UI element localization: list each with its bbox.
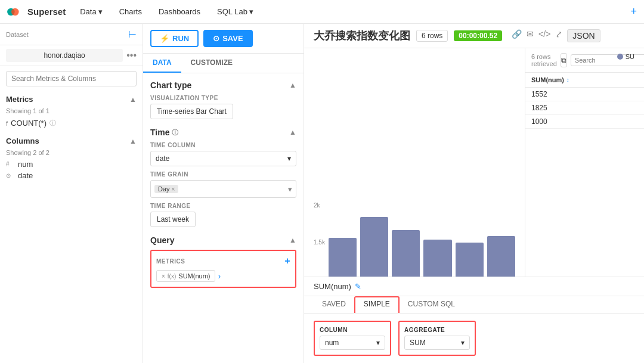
column-date: ⊙ date — [6, 170, 137, 181]
sum-tab-simple[interactable]: SIMPLE — [354, 296, 400, 313]
middle-panel: ⚡ RUN ⊙ SAVE DATA CUSTOMIZE Chart type ▲… — [143, 24, 304, 363]
chart-body: SU 0 500 1k 1.5k 2k — [304, 48, 644, 363]
sum-popup-header: SUM(num) ✎ — [304, 277, 644, 296]
panel-scroll: Chart type ▲ VISUALIZATION TYPE Time-ser… — [143, 73, 304, 363]
logo-text: Superset — [27, 7, 66, 17]
time-grain-remove-icon[interactable]: × — [172, 186, 175, 193]
chart-legend: SU — [617, 53, 634, 60]
query-chevron: ▲ — [289, 236, 296, 244]
chart-title: 大乔搜索指数变化图 — [314, 29, 410, 43]
metrics-add-icon[interactable]: + — [284, 256, 290, 266]
viz-type-button[interactable]: Time-series Bar Chart — [150, 104, 233, 119]
metrics-query-section: METRICS + × f(x) SUM(num) › — [150, 250, 296, 288]
query-header[interactable]: Query ▲ — [150, 235, 296, 245]
chart-type-block: Chart type ▲ VISUALIZATION TYPE Time-ser… — [150, 80, 296, 119]
nav-sqllab-arrow: ▾ — [249, 7, 253, 16]
search-area — [0, 66, 143, 91]
metric-tag-arrow-icon[interactable]: › — [218, 271, 221, 281]
sort-icon[interactable]: ↕ — [566, 77, 569, 83]
time-chevron: ▲ — [289, 128, 296, 136]
time-badge: 00:00:00.52 — [454, 30, 502, 41]
time-info-icon: ⓘ — [172, 128, 178, 137]
sum-aggregate-chevron: ▾ — [461, 339, 465, 347]
metric-count: f COUNT(*) ⓘ — [6, 117, 137, 129]
y-label-1-5k: 1.5k — [314, 239, 325, 246]
nav-sqllab[interactable]: SQL Lab ▾ — [215, 7, 256, 16]
save-button[interactable]: ⊙ SAVE — [203, 30, 252, 47]
sum-tab-custom-sql[interactable]: CUSTOM SQL — [400, 296, 463, 313]
metrics-header[interactable]: Metrics ▲ — [6, 95, 137, 104]
run-button[interactable]: ⚡ RUN — [150, 30, 199, 47]
columns-section: Columns ▲ Showing 2 of 2 # num ⊙ date — [0, 133, 143, 185]
tab-customize[interactable]: CUSTOMIZE — [181, 54, 242, 73]
dataset-header: Dataset ⊢ — [0, 24, 143, 45]
tab-data[interactable]: DATA — [143, 54, 181, 73]
time-grain-tag: Day × — [154, 185, 178, 193]
link-icon[interactable]: 🔗 — [512, 29, 522, 42]
sum-aggregate-select[interactable]: SUM ▾ — [404, 336, 470, 350]
query-block: Query ▲ METRICS + × f(x) SUM(num) › — [150, 235, 296, 288]
sum-column-select[interactable]: num ▾ — [320, 336, 385, 350]
time-block: Time ⓘ ▲ TIME COLUMN date ▾ TIME GRAIN D… — [150, 128, 296, 227]
middle-tabs: DATA CUSTOMIZE — [143, 54, 304, 73]
nav-dashboards[interactable]: Dashboards — [156, 7, 203, 16]
col-type-date: ⊙ — [6, 172, 14, 179]
chart-area: 大乔搜索指数变化图 6 rows 00:00:00.52 🔗 ✉ </> ⤤ J… — [304, 24, 644, 363]
superset-logo-icon — [7, 7, 24, 17]
sum-popup: SUM(num) ✎ SAVED SIMPLE CUSTOM SQL COLUM… — [304, 277, 644, 363]
sum-column-chevron: ▾ — [376, 339, 380, 347]
svg-rect-1 — [11, 8, 18, 15]
main-layout: Dataset ⊢ honor.daqiao ••• Metrics ▲ Sho… — [0, 24, 644, 363]
dataset-name-row: honor.daqiao ••• — [0, 45, 143, 66]
nav-data[interactable]: Data ▾ — [78, 7, 104, 16]
code-icon[interactable]: </> — [538, 29, 550, 42]
metrics-query-header: METRICS + — [156, 256, 290, 266]
dataset-more-icon[interactable]: ••• — [126, 50, 137, 61]
metric-remove-icon[interactable]: × — [162, 273, 165, 280]
sum-column-label: COLUMN — [320, 327, 385, 333]
y-label-2k: 2k — [314, 202, 325, 209]
run-icon: ⚡ — [160, 34, 169, 43]
function-small-icon: f(x) — [168, 273, 176, 280]
time-column-select[interactable]: date ▾ — [150, 151, 296, 166]
export-icon[interactable]: ⤤ — [555, 29, 562, 42]
time-range-button[interactable]: Last week — [150, 212, 196, 227]
time-grain-chevron: ▾ — [288, 185, 292, 194]
run-save-bar: ⚡ RUN ⊙ SAVE — [143, 24, 304, 54]
legend-dot — [617, 54, 623, 60]
chart-action-icons: 🔗 ✉ </> ⤤ JSON — [512, 29, 600, 42]
time-column-chevron: ▾ — [287, 154, 291, 163]
search-input[interactable] — [6, 71, 137, 86]
sum-edit-icon[interactable]: ✎ — [355, 282, 361, 291]
data-panel-rows: 6 rows retrieved — [531, 53, 557, 67]
column-num: # num — [6, 159, 137, 170]
time-header[interactable]: Time ⓘ ▲ — [150, 128, 296, 137]
data-row-2: 1825 — [525, 101, 644, 115]
dataset-expand-icon[interactable]: ⊢ — [128, 29, 137, 40]
sum-title: SUM(num) — [314, 282, 351, 291]
metric-sum-tag[interactable]: × f(x) SUM(num) — [156, 270, 215, 282]
metrics-showing: Showing 1 of 1 — [6, 107, 137, 114]
chart-type-header[interactable]: Chart type ▲ — [150, 80, 296, 90]
json-label: JSON — [572, 31, 595, 41]
columns-header[interactable]: Columns ▲ — [6, 136, 137, 145]
json-button[interactable]: JSON — [567, 29, 600, 42]
nav-data-arrow: ▾ — [98, 7, 103, 16]
sidebar: Dataset ⊢ honor.daqiao ••• Metrics ▲ Sho… — [0, 24, 143, 363]
sum-aggregate-box: AGGREGATE SUM ▾ — [398, 321, 476, 356]
data-panel-copy-button[interactable]: ⧉ — [561, 53, 567, 67]
metrics-section: Metrics ▲ Showing 1 of 1 f COUNT(*) ⓘ — [0, 91, 143, 133]
columns-chevron: ▲ — [129, 137, 137, 145]
metrics-chevron: ▲ — [129, 95, 137, 104]
function-icon: f — [6, 120, 8, 127]
time-column-label: TIME COLUMN — [150, 142, 296, 148]
nav-charts[interactable]: Charts — [117, 7, 144, 16]
data-row-1: 1552 — [525, 88, 644, 101]
sum-tab-saved[interactable]: SAVED — [314, 296, 354, 313]
time-grain-select[interactable]: Day × ▾ — [150, 180, 296, 198]
dataset-label: Dataset — [6, 31, 29, 38]
nav-plus-button[interactable]: + — [630, 5, 637, 18]
chart-type-chevron: ▲ — [289, 81, 296, 89]
dataset-name[interactable]: honor.daqiao — [6, 49, 123, 62]
email-icon[interactable]: ✉ — [527, 29, 534, 42]
